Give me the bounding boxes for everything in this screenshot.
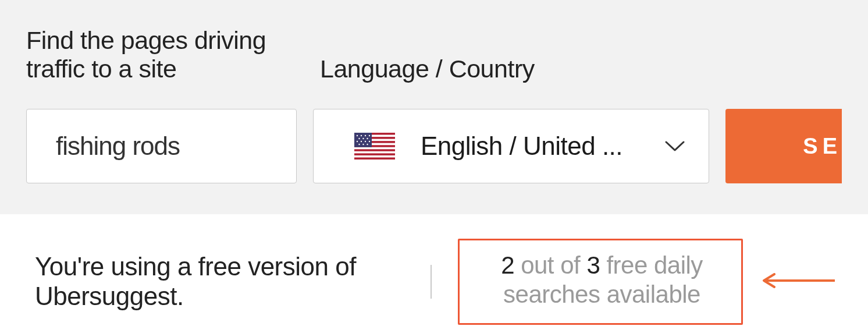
quota-bar: You're using a free version of Ubersugge… <box>0 214 868 326</box>
svg-point-9 <box>357 135 358 136</box>
svg-rect-5 <box>354 149 395 151</box>
search-panel: Find the pages driving traffic to a site… <box>0 0 868 214</box>
arrow-left-icon <box>760 273 836 288</box>
language-label: Language / Country <box>320 55 535 83</box>
svg-point-14 <box>362 138 364 139</box>
site-label: Find the pages driving traffic to a site <box>26 26 297 83</box>
svg-point-13 <box>358 138 360 139</box>
svg-rect-7 <box>354 157 395 160</box>
search-button-label: SE <box>803 134 842 159</box>
us-flag-icon <box>354 133 395 160</box>
quota-mid: out of <box>514 251 586 279</box>
svg-point-19 <box>369 141 370 142</box>
language-value: English / United ... <box>421 132 653 161</box>
inputs-row: English / United ... SE <box>26 109 842 183</box>
svg-point-10 <box>361 135 362 136</box>
labels-row: Find the pages driving traffic to a site… <box>26 26 842 83</box>
chevron-down-icon <box>664 140 685 153</box>
quota-text: 2 out of 3 free daily searches available <box>486 251 718 309</box>
svg-point-11 <box>365 135 366 136</box>
quota-highlight: 2 out of 3 free daily searches available <box>458 239 743 324</box>
svg-point-16 <box>357 141 358 142</box>
svg-point-22 <box>367 144 368 145</box>
svg-point-17 <box>361 141 362 142</box>
svg-point-18 <box>365 141 366 142</box>
svg-point-12 <box>369 135 370 136</box>
free-version-text: You're using a free version of Ubersugge… <box>35 252 431 311</box>
annotation-arrow <box>760 273 836 290</box>
search-button[interactable]: SE <box>725 109 842 183</box>
language-selector[interactable]: English / United ... <box>313 109 709 183</box>
svg-rect-6 <box>354 153 395 155</box>
svg-point-15 <box>367 138 368 139</box>
svg-point-21 <box>362 144 364 145</box>
quota-total: 3 <box>586 251 600 279</box>
quota-used: 2 <box>501 251 514 279</box>
divider <box>431 265 432 299</box>
site-input[interactable] <box>26 109 297 183</box>
svg-point-20 <box>358 144 360 145</box>
